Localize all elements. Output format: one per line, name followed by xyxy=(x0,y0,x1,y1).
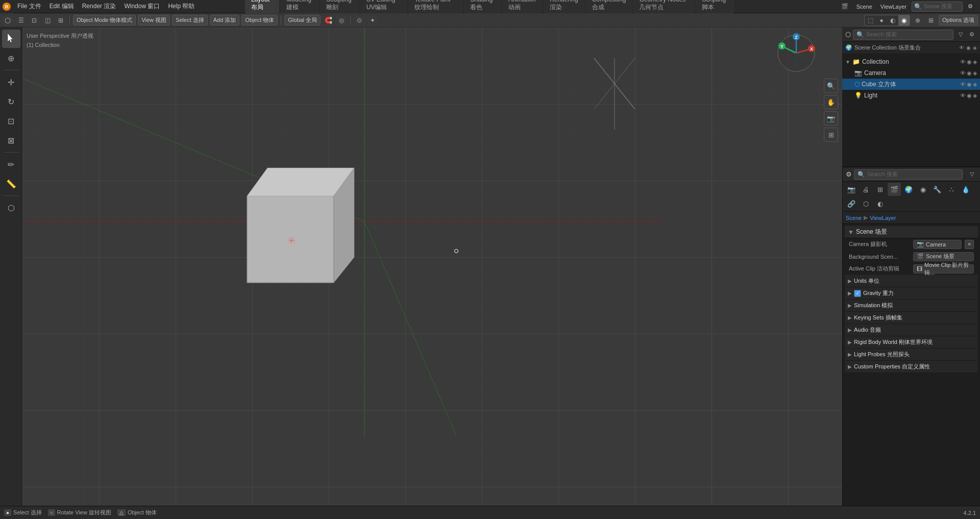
outliner-item-camera[interactable]: 📷 Camera 👁 ◉ ◈ xyxy=(842,67,980,79)
props-tab-material[interactable]: ◐ xyxy=(873,197,887,210)
camera-render-icon2[interactable]: ◉ xyxy=(967,70,972,77)
wireframe-shading-btn[interactable]: ⬚ xyxy=(865,15,876,26)
units-section[interactable]: ▶ Units 单位 xyxy=(845,275,978,287)
gizmo-icon[interactable]: ⊞ xyxy=(925,15,937,26)
viewport-icon2[interactable]: ⊡ xyxy=(29,15,40,26)
cube-select-icon[interactable]: ◈ xyxy=(973,81,977,88)
tab-uv-editing[interactable]: UV Editing UV编辑 xyxy=(360,0,408,13)
transform-pivot-icon[interactable]: ⊙ xyxy=(354,15,365,26)
camera-view-icon[interactable]: 📷 xyxy=(824,111,838,126)
global-transform[interactable]: Global 全局 xyxy=(284,15,321,26)
bg-scene-value[interactable]: 🎬 Scene 场景 xyxy=(913,252,974,261)
blender-logo-icon[interactable]: B xyxy=(0,0,13,13)
camera-eye-icon[interactable]: 👁 xyxy=(960,70,966,77)
rotate-tool-btn[interactable]: ↻ xyxy=(2,92,20,111)
overlay-icon[interactable]: ⊕ xyxy=(912,15,923,26)
light-probes-section[interactable]: ▶ Light Probes 光照探头 xyxy=(845,349,978,361)
scene-section-header[interactable]: ▼ Scene 场景 xyxy=(845,226,978,238)
menu-file[interactable]: File 文件 xyxy=(13,0,45,13)
camera-select-icon2[interactable]: ◈ xyxy=(973,70,977,77)
cube-render-icon[interactable]: ◉ xyxy=(967,81,972,88)
outliner-search[interactable]: 🔍 Search 搜索 xyxy=(853,30,953,40)
tab-compositing[interactable]: Compositing 合成 xyxy=(586,0,632,13)
navigation-gizmo[interactable]: X Y Z xyxy=(776,33,817,73)
select-menu[interactable]: Select 选择 xyxy=(172,15,208,26)
props-tab-render[interactable]: 📷 xyxy=(845,183,858,196)
viewport-icon3[interactable]: ◫ xyxy=(42,15,53,26)
menu-edit[interactable]: Edit 编辑 xyxy=(45,0,78,13)
outliner-item-collection[interactable]: ▼ 📁 Collection 👁 ◉ ◈ xyxy=(842,56,980,67)
grid-view-icon[interactable]: ⊞ xyxy=(824,128,838,142)
tab-sculpting[interactable]: Sculpting 雕刻 xyxy=(320,0,359,13)
scale-tool-btn[interactable]: ⊡ xyxy=(2,112,20,130)
outliner-item-light[interactable]: 💡 Light 👁 ◉ ◈ xyxy=(842,90,980,101)
scene-selector[interactable]: Scene xyxy=(853,3,875,11)
light-eye-icon[interactable]: 👁 xyxy=(960,92,966,99)
active-clip-value[interactable]: 🎞 Movie Clip 影片剪辑... xyxy=(913,264,974,274)
props-filter-icon[interactable]: ▽ xyxy=(967,169,977,180)
props-tab-constraints[interactable]: 🔗 xyxy=(845,197,858,210)
view-menu[interactable]: View 视图 xyxy=(138,15,170,26)
proportional-edit-icon[interactable]: ◎ xyxy=(336,15,347,26)
props-tab-particles[interactable]: ∴ xyxy=(945,183,958,196)
object-menu[interactable]: Object 物体 xyxy=(241,15,278,26)
editor-type-icon[interactable]: ⬡ xyxy=(2,15,13,26)
solid-shading-btn[interactable]: ● xyxy=(876,15,887,26)
menu-render[interactable]: Render 渲染 xyxy=(78,0,120,13)
add-menu[interactable]: Add 添加 xyxy=(210,15,240,26)
props-tab-world[interactable]: 🌍 xyxy=(902,183,915,196)
top-search[interactable]: 🔍 Scene 搜索 xyxy=(912,2,963,12)
view-layer-selector[interactable]: ViewLayer xyxy=(877,3,910,11)
annotate-tool-btn[interactable]: ✏ xyxy=(2,155,20,174)
camera-prop-value[interactable]: 📷 Camera xyxy=(913,240,962,249)
menu-help[interactable]: Help 帮助 xyxy=(164,0,199,13)
props-tab-output[interactable]: 🖨 xyxy=(859,183,872,196)
eye-icon[interactable]: 👁 xyxy=(959,45,964,51)
props-tab-object[interactable]: ◉ xyxy=(916,183,929,196)
tab-shading[interactable]: Shading 着色 xyxy=(464,0,501,13)
light-select-icon[interactable]: ◈ xyxy=(973,92,977,99)
tab-texture-paint[interactable]: Texture Paint 纹理绘制 xyxy=(408,0,463,13)
tab-rendering[interactable]: Rendering 渲染 xyxy=(544,0,585,13)
viewport-icon1[interactable]: ☰ xyxy=(15,15,27,26)
camera-clear-btn[interactable]: ✕ xyxy=(965,240,974,249)
cube-eye-icon[interactable]: 👁 xyxy=(960,81,966,88)
simulation-section[interactable]: ▶ Simulation 模拟 xyxy=(845,300,978,312)
measure-tool-btn[interactable]: 📏 xyxy=(2,175,20,193)
select-icon[interactable]: ◈ xyxy=(973,45,977,51)
collection-eye-icon[interactable]: 👁 xyxy=(960,59,966,65)
outliner-options-icon[interactable]: ⚙ xyxy=(967,30,977,40)
transform-tool-btn[interactable]: ⊠ xyxy=(2,131,20,150)
viewport-3d[interactable]: User Perspective 用户透视 (1) Collection X Y… xyxy=(22,28,842,506)
tab-layout[interactable]: Layout 布局 xyxy=(245,0,279,13)
menu-window[interactable]: Window 窗口 xyxy=(120,0,164,13)
keying-sets-section[interactable]: ▶ Keying Sets 插帧集 xyxy=(845,312,978,324)
render-icon[interactable]: 🎬 xyxy=(838,2,851,11)
object-mode-dropdown[interactable]: Object Mode 物体模式 xyxy=(73,15,136,26)
rendered-shading-btn[interactable]: ◉ xyxy=(898,15,910,26)
material-shading-btn[interactable]: ◐ xyxy=(887,15,898,26)
breadcrumb-scene[interactable]: Scene xyxy=(846,215,862,221)
tab-animation[interactable]: Animation 动画 xyxy=(502,0,543,13)
props-tab-scene[interactable]: 🎬 xyxy=(888,183,901,196)
outliner-filter-icon[interactable]: ▽ xyxy=(955,30,966,40)
props-tab-modifiers[interactable]: 🔧 xyxy=(930,183,944,196)
gravity-checkbox[interactable]: ✓ xyxy=(854,290,861,297)
light-render-icon[interactable]: ◉ xyxy=(967,92,972,99)
snap-icon[interactable]: 🧲 xyxy=(323,15,334,26)
tab-modeling[interactable]: Modeling 建模 xyxy=(280,0,319,13)
props-tab-view-layer[interactable]: ⊞ xyxy=(873,183,887,196)
select-tool-btn[interactable] xyxy=(2,30,20,48)
collection-select-icon[interactable]: ◈ xyxy=(973,59,977,65)
settings-icon[interactable]: ⚙ xyxy=(965,2,976,11)
viewport-icon4[interactable]: ⊞ xyxy=(55,15,66,26)
rigid-body-section[interactable]: ▶ Rigid Body World 刚体世界环境 xyxy=(845,336,978,349)
options-btn[interactable]: Options 选项 xyxy=(939,15,978,26)
audio-section[interactable]: ▶ Audio 音频 xyxy=(845,324,978,336)
tab-scripting[interactable]: Scripting 脚本 xyxy=(696,0,734,13)
outliner-editor-icon[interactable]: ⬡ xyxy=(845,31,851,38)
transform-orient-icon[interactable]: ✦ xyxy=(367,15,378,26)
add-object-tool-btn[interactable]: ⬡ xyxy=(2,199,20,217)
collection-render-icon[interactable]: ◉ xyxy=(967,59,972,65)
props-editor-icon[interactable]: ⚙ xyxy=(846,170,852,178)
